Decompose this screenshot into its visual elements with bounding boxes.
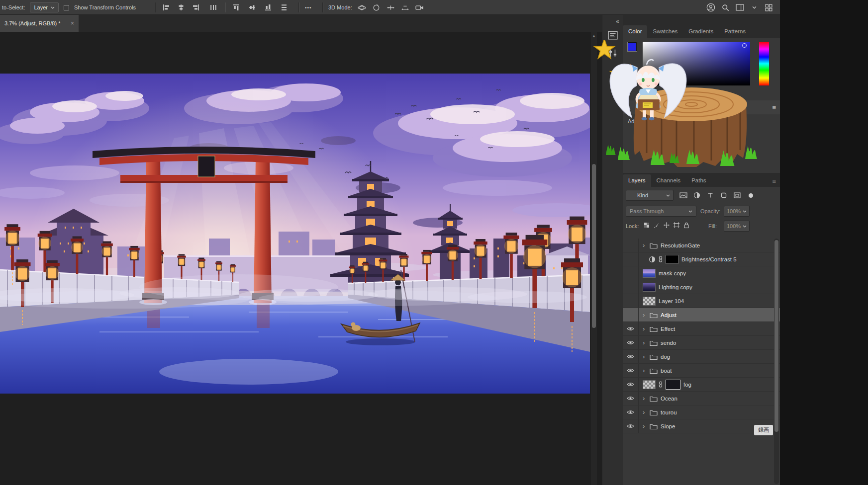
lock-position-button[interactable] — [664, 222, 670, 229]
workspace-layout-button[interactable] — [735, 3, 744, 12]
visibility-toggle[interactable] — [623, 266, 639, 280]
distribute-button[interactable] — [209, 3, 218, 12]
close-tab-button[interactable]: × — [71, 20, 74, 27]
filter-smart-objects-button[interactable] — [732, 190, 742, 200]
filter-adjustment-layers-button[interactable] — [692, 190, 702, 200]
layers-panel-menu-icon[interactable]: ≡ — [772, 177, 776, 185]
layer-row-boat[interactable]: › boat — [623, 364, 780, 378]
roll-3d-button[interactable] — [372, 3, 381, 12]
color-field-marker[interactable] — [742, 43, 747, 48]
align-bottom-button[interactable] — [264, 3, 273, 12]
visibility-toggle[interactable] — [623, 280, 639, 294]
visibility-toggle[interactable] — [623, 308, 639, 322]
visibility-toggle[interactable] — [623, 364, 639, 377]
layer-row-sendo[interactable]: › sendo — [623, 336, 780, 350]
filter-pixel-layers-button[interactable] — [678, 190, 688, 200]
properties-panel-button[interactable] — [605, 28, 621, 43]
visibility-toggle[interactable] — [623, 392, 639, 405]
layer-row-lighting-copy[interactable]: Lighting copy — [623, 280, 780, 294]
canvas-vertical-scrollbar[interactable]: ▲ — [591, 32, 597, 485]
gamut-warning-icon[interactable]: ⚠ — [627, 63, 633, 70]
tab-layers[interactable]: Layers — [623, 174, 651, 187]
expand-chevron[interactable]: › — [643, 367, 647, 374]
layer-thumbnail[interactable] — [643, 380, 656, 389]
camera-3d-button[interactable] — [415, 3, 424, 12]
visibility-toggle[interactable] — [623, 252, 639, 266]
layer-thumbnail[interactable] — [643, 269, 656, 278]
search-button[interactable] — [721, 3, 730, 12]
slide-3d-button[interactable] — [401, 3, 410, 12]
filter-shape-layers-button[interactable] — [719, 190, 729, 200]
visibility-toggle[interactable] — [623, 405, 639, 419]
layer-row-effect[interactable]: › Effect — [623, 322, 780, 336]
visibility-toggle[interactable] — [623, 336, 639, 349]
visibility-toggle[interactable] — [623, 350, 639, 363]
auto-select-dropdown[interactable]: Layer — [30, 2, 59, 12]
layer-row-mask-copy[interactable]: mask copy — [623, 266, 780, 280]
align-top-button[interactable] — [232, 3, 241, 12]
visibility-toggle[interactable] — [623, 378, 639, 391]
align-center-button[interactable] — [177, 3, 186, 12]
layer-row-tourou[interactable]: › tourou — [623, 405, 780, 419]
orbit-3d-button[interactable] — [358, 3, 367, 12]
layer-mask-thumbnail[interactable] — [666, 380, 680, 390]
align-middle-button[interactable] — [248, 3, 257, 12]
visibility-toggle[interactable] — [623, 239, 639, 252]
show-transform-checkbox[interactable] — [64, 5, 69, 10]
expand-chevron[interactable]: › — [643, 423, 647, 429]
expand-panels-button[interactable]: « — [616, 18, 619, 25]
layer-thumbnail[interactable] — [643, 283, 656, 292]
visibility-toggle[interactable] — [623, 322, 639, 335]
layer-row-dog[interactable]: › dog — [623, 350, 780, 364]
tab-gradients[interactable]: Gradients — [683, 25, 719, 38]
tab-patterns[interactable]: Patterns — [719, 25, 751, 38]
lock-artboard-button[interactable] — [674, 222, 679, 229]
visibility-toggle[interactable] — [623, 419, 639, 433]
layer-row-adjust[interactable]: › Adjust — [623, 308, 780, 322]
canvas-area[interactable]: ▲ — [0, 32, 602, 485]
tab-channels[interactable]: Channels — [651, 174, 686, 187]
adjustments-panel-button[interactable] — [605, 46, 621, 61]
filter-type-layers-button[interactable] — [705, 190, 715, 200]
layers-scrollbar-thumb[interactable] — [774, 240, 778, 432]
hue-slider[interactable] — [759, 42, 769, 85]
expand-chevron[interactable]: › — [643, 325, 647, 332]
launcher-button[interactable] — [764, 3, 773, 12]
tab-paths[interactable]: Paths — [686, 174, 711, 187]
filter-toggle-switch[interactable] — [749, 193, 753, 198]
workspace-chevron-button[interactable] — [750, 3, 759, 12]
scrollbar-thumb[interactable] — [592, 164, 596, 328]
align-left-button[interactable] — [162, 3, 171, 12]
layer-row-fog[interactable]: fog — [623, 378, 780, 392]
expand-chevron[interactable]: › — [643, 395, 647, 402]
lock-all-button[interactable] — [683, 222, 689, 230]
blend-mode-dropdown[interactable]: Pass Through — [626, 206, 696, 217]
expand-chevron[interactable]: › — [643, 353, 647, 360]
more-options-button[interactable]: ••• — [305, 5, 312, 10]
layer-thumbnail[interactable] — [643, 297, 656, 306]
expand-chevron[interactable]: › — [643, 339, 647, 346]
layer-row-resolutiongate[interactable]: › ResolutionGate — [623, 239, 780, 252]
lock-pixels-button[interactable] — [654, 222, 660, 229]
layer-row-brightness-contrast[interactable]: Brightness/Contrast 5 — [623, 252, 780, 266]
expand-chevron[interactable]: › — [643, 242, 647, 248]
color-field[interactable] — [643, 42, 750, 85]
layer-filter-kind-dropdown[interactable]: Kind — [626, 190, 674, 201]
scroll-up-arrow[interactable]: ▲ — [592, 34, 596, 38]
tab-swatches[interactable]: Swatches — [647, 25, 683, 38]
panel-menu-icon[interactable]: ≡ — [772, 104, 776, 111]
pan-3d-button[interactable] — [386, 3, 395, 12]
layer-row-layer-104[interactable]: Layer 104 — [623, 294, 780, 308]
layers-scrollbar[interactable] — [774, 239, 779, 484]
foreground-color-swatch[interactable] — [628, 42, 637, 51]
visibility-toggle[interactable] — [623, 294, 639, 308]
tab-color[interactable]: Color — [623, 25, 647, 38]
fill-input[interactable]: 100% — [724, 221, 750, 232]
opacity-input[interactable]: 100% — [724, 206, 750, 217]
account-button[interactable] — [706, 3, 715, 12]
layer-row-ocean[interactable]: › Ocean — [623, 392, 780, 405]
document-tab[interactable]: 3.7% (Adjust, RGB/8) * × — [0, 15, 79, 32]
lock-transparent-button[interactable] — [644, 222, 650, 229]
distribute-vertical-button[interactable] — [280, 3, 289, 12]
layer-mask-thumbnail[interactable] — [666, 255, 678, 264]
